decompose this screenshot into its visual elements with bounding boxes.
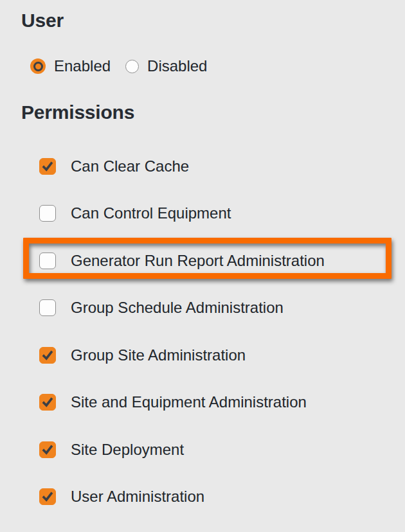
checkmark-icon xyxy=(42,491,53,502)
user-permissions-panel: User Enabled Disabled Permissions Can Cl… xyxy=(0,0,405,532)
permissions-list: Can Clear Cache Can Control Equipment Ge… xyxy=(0,143,405,520)
permission-label: Site Deployment xyxy=(71,441,184,459)
permission-label: Can Clear Cache xyxy=(71,157,189,175)
can-clear-cache-checkbox[interactable] xyxy=(39,158,56,175)
permission-label: Generator Run Report Administration xyxy=(71,252,325,270)
permission-row-generator-run-report-administration: Generator Run Report Administration xyxy=(0,237,405,285)
group-schedule-administration-checkbox[interactable] xyxy=(39,299,56,316)
permission-row-can-clear-cache: Can Clear Cache xyxy=(0,143,405,190)
permission-label: User Administration xyxy=(71,488,204,506)
group-site-administration-checkbox[interactable] xyxy=(39,347,56,364)
user-administration-checkbox[interactable] xyxy=(39,488,56,505)
checkmark-icon xyxy=(42,161,53,172)
permission-label: Site and Equipment Administration xyxy=(71,393,307,411)
user-section-heading: User xyxy=(21,9,64,32)
radio-option-enabled: Enabled xyxy=(30,57,111,75)
enabled-radio[interactable] xyxy=(30,58,46,74)
can-control-equipment-checkbox[interactable] xyxy=(39,205,56,222)
permission-row-site-deployment: Site Deployment xyxy=(0,426,405,474)
permission-label: Can Control Equipment xyxy=(71,204,231,222)
radio-selected-ring xyxy=(33,62,43,71)
permission-row-can-control-equipment: Can Control Equipment xyxy=(0,190,405,238)
site-and-equipment-administration-checkbox[interactable] xyxy=(39,394,56,411)
permission-label: Group Site Administration xyxy=(71,346,246,364)
enabled-radio-label: Enabled xyxy=(54,57,111,75)
permission-label: Group Schedule Administration xyxy=(71,299,284,317)
site-deployment-checkbox[interactable] xyxy=(39,441,56,458)
checkmark-icon xyxy=(42,444,53,456)
user-status-radio-group: Enabled Disabled xyxy=(30,56,207,76)
permission-row-user-administration: User Administration xyxy=(0,474,405,521)
permission-row-group-site-administration: Group Site Administration xyxy=(0,332,405,379)
radio-option-disabled: Disabled xyxy=(125,57,207,75)
permission-row-group-schedule-administration: Group Schedule Administration xyxy=(0,285,405,332)
checkmark-icon xyxy=(42,350,53,361)
disabled-radio[interactable] xyxy=(125,60,139,73)
permissions-section-heading: Permissions xyxy=(21,101,134,124)
checkmark-icon xyxy=(42,396,53,408)
permission-row-site-and-equipment-administration: Site and Equipment Administration xyxy=(0,379,405,427)
disabled-radio-label: Disabled xyxy=(147,57,207,75)
generator-run-report-administration-checkbox[interactable] xyxy=(39,253,56,269)
